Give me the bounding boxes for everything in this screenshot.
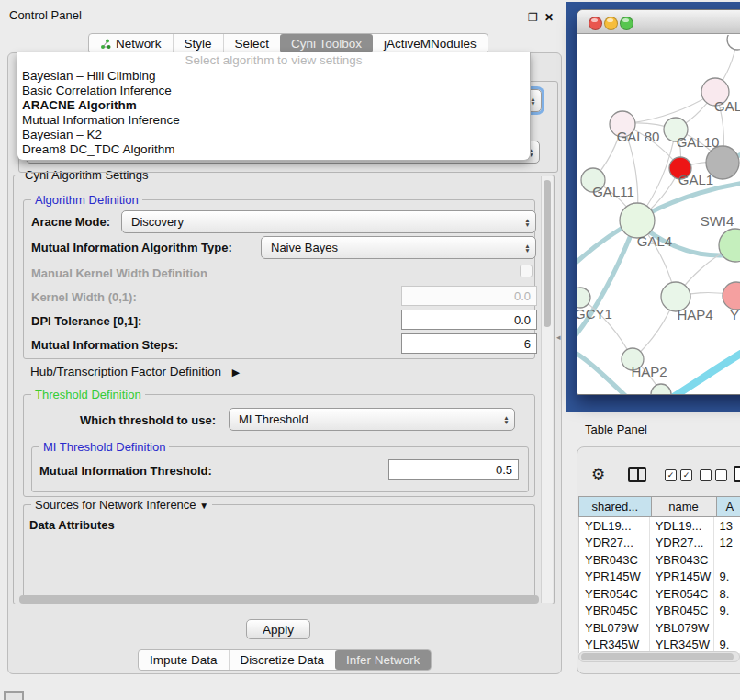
column-header-3[interactable]: A xyxy=(717,496,740,517)
table-row[interactable]: YPR145WYPR145W9. xyxy=(579,569,740,586)
network-node[interactable] xyxy=(727,35,740,50)
algorithm-option[interactable]: Basic Correlation Inference xyxy=(17,83,530,97)
select-all-checkboxes-icon[interactable]: ✓✓ xyxy=(665,469,692,481)
expand-down-icon: ▼ xyxy=(199,501,208,511)
node-label: GAL1 xyxy=(678,172,713,187)
hub-definition-toggle[interactable]: Hub/Transcription Factor Definition ▶ xyxy=(30,365,240,378)
cyni-mode-tabbar: Impute DataDiscretize DataInfer Network xyxy=(138,649,432,671)
tab-impute-data[interactable]: Impute Data xyxy=(139,650,229,670)
algorithm-option-list: Bayesian – Hill ClimbingBasic Correlatio… xyxy=(17,68,530,156)
manual-kernel-checkbox[interactable] xyxy=(520,265,533,277)
column-header-2[interactable]: name xyxy=(652,496,717,517)
table-cell: YER054C xyxy=(579,585,650,603)
aracne-mode-combobox[interactable]: Discovery ▲▼ xyxy=(121,210,536,233)
settings-scrollbar[interactable] xyxy=(541,176,553,603)
table-cell xyxy=(714,619,740,637)
node-label: GAL10 xyxy=(677,134,720,150)
panel-collapse-arrow[interactable]: ◂ xyxy=(556,333,561,342)
mi-steps-field[interactable]: 6 xyxy=(401,333,537,354)
table-row[interactable]: YER054CYER054C8. xyxy=(579,585,740,603)
tab-style[interactable]: Style xyxy=(173,34,223,53)
aracne-mode-value: Discovery xyxy=(131,215,184,229)
file-icon[interactable] xyxy=(734,466,740,482)
float-panel-button[interactable]: ❐ xyxy=(528,11,538,24)
aracne-mode-label: Aracne Mode: xyxy=(31,215,110,229)
network-icon xyxy=(100,39,111,50)
tab-cyni-toolbox[interactable]: Cyni Toolbox xyxy=(280,34,373,53)
table-cell: YBL079W xyxy=(579,619,650,637)
close-window-button[interactable] xyxy=(589,17,602,30)
which-threshold-combobox[interactable]: MI Threshold ▲▼ xyxy=(229,408,515,431)
table-cell: 9. xyxy=(714,603,740,620)
deselect-all-checkboxes-icon[interactable] xyxy=(700,469,727,481)
data-attributes-label: Data Attributes xyxy=(29,518,115,532)
page-title: Control Panel xyxy=(9,8,82,22)
node-label: Y xyxy=(730,307,739,322)
control-panel-tabbar: NetworkStyleSelectCyni ToolboxjActiveMNo… xyxy=(88,33,488,54)
node-label: HAP2 xyxy=(631,364,667,379)
grip-box xyxy=(4,691,24,700)
algorithm-option[interactable]: Dream8 DC_TDC Algorithm xyxy=(17,141,530,156)
table-cell: 13 xyxy=(714,517,740,535)
tab-network[interactable]: Network xyxy=(89,34,173,53)
network-node[interactable] xyxy=(651,384,671,395)
columns-icon[interactable] xyxy=(628,467,646,482)
table-row[interactable]: YBR045CYBR045C9. xyxy=(579,603,740,620)
table-cell: YDR27... xyxy=(579,535,650,552)
network-view-window[interactable]: GALGAL80GAL10GAL1GAL11GAL4SWI4GCY1HAP4YH… xyxy=(577,9,740,395)
node-label: GCY1 xyxy=(577,306,612,322)
sources-group-title[interactable]: Sources for Network Inference ▼ xyxy=(31,498,212,512)
table-cell: YPR145W xyxy=(579,569,650,586)
table-cell: 8. xyxy=(714,585,740,603)
tab-infer-network[interactable]: Infer Network xyxy=(335,650,431,670)
apply-button[interactable]: Apply xyxy=(246,619,310,639)
table-panel-title: Table Panel xyxy=(585,423,647,436)
table-hscrollbar[interactable] xyxy=(578,651,740,662)
column-header-1[interactable]: shared... xyxy=(578,496,652,517)
tab-discretize-data[interactable]: Discretize Data xyxy=(229,650,336,670)
mi-type-combobox[interactable]: Naive Bayes ▲▼ xyxy=(261,236,536,259)
network-window-titlebar[interactable] xyxy=(577,10,740,34)
manual-kernel-label: Manual Kernel Width Definition xyxy=(31,266,207,280)
dpi-tolerance-label: DPI Tolerance [0,1]: xyxy=(31,314,141,328)
mi-threshold-field[interactable]: 0.5 xyxy=(388,459,519,480)
kernel-width-field: 0.0 xyxy=(401,286,537,306)
minimize-window-button[interactable] xyxy=(604,17,618,30)
chevron-updown-icon: ▲▼ xyxy=(520,237,535,258)
mi-type-value: Naive Bayes xyxy=(271,241,338,254)
expand-right-icon: ▶ xyxy=(232,367,240,378)
network-graph-canvas[interactable]: GALGAL80GAL10GAL1GAL11GAL4SWI4GCY1HAP4YH… xyxy=(577,35,740,395)
zoom-window-button[interactable] xyxy=(620,17,633,30)
table-row[interactable]: YDL19...YDL19...13 xyxy=(579,517,740,535)
table-row[interactable]: YBR043CYBR043C xyxy=(579,551,740,569)
network-node-y[interactable] xyxy=(723,282,740,310)
algorithm-dropdown-popup: Select algorithm to view settings Bayesi… xyxy=(17,52,531,161)
table-row[interactable]: YDR27...YDR27...12 xyxy=(579,535,740,552)
table-row[interactable]: YBL079WYBL079W xyxy=(579,619,740,637)
which-threshold-value: MI Threshold xyxy=(239,412,308,426)
chevron-updown-icon: ▲▼ xyxy=(520,211,535,232)
dpi-tolerance-field[interactable]: 0.0 xyxy=(401,310,537,330)
node-table[interactable]: shared...nameAYDL19...YDL19...13YDR27...… xyxy=(578,496,740,653)
highlighted-edge xyxy=(665,338,740,395)
network-node-gcy1[interactable] xyxy=(577,288,590,308)
algorithm-option[interactable]: Bayesian – K2 xyxy=(17,127,530,141)
algorithm-option[interactable]: ARACNE Algorithm xyxy=(17,97,530,112)
table-cell: YBR043C xyxy=(579,551,650,569)
table-cell: YPR145W xyxy=(650,569,714,586)
node-label: HAP4 xyxy=(677,307,712,322)
close-panel-button[interactable]: ✕ xyxy=(544,11,554,24)
algorithm-option[interactable]: Mutual Information Inference xyxy=(17,112,530,127)
gear-icon[interactable]: ⚙ xyxy=(591,465,605,484)
mi-steps-label: Mutual Information Steps: xyxy=(31,338,178,352)
chevron-updown-icon: ▲▼ xyxy=(499,409,514,430)
table-cell: YBR045C xyxy=(650,603,714,620)
algorithm-option[interactable]: Bayesian – Hill Climbing xyxy=(17,68,530,83)
node-label: GAL11 xyxy=(592,184,634,199)
settings-hscrollbar[interactable] xyxy=(19,595,539,604)
tab-select[interactable]: Select xyxy=(223,34,281,53)
tab-jactivemnodules[interactable]: jActiveMNodules xyxy=(373,34,488,53)
table-cell: YBL079W xyxy=(650,619,714,637)
table-cell: YDL19... xyxy=(650,517,714,535)
table-cell: YBR045C xyxy=(579,603,650,620)
